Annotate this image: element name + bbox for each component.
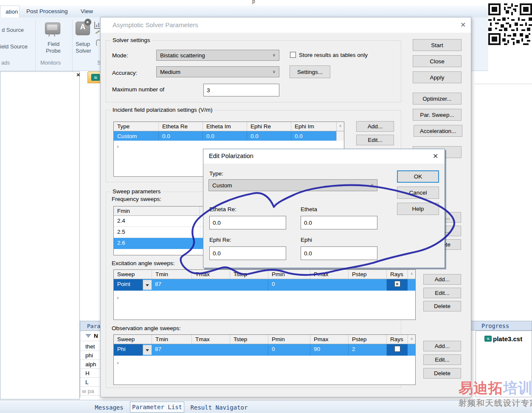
ribbon-group-monitors: Monitors: [40, 60, 61, 66]
observation-edit-button[interactable]: Edit...: [423, 354, 461, 365]
field-probe-icon[interactable]: [45, 23, 60, 34]
progress-panel-header[interactable]: Progress: [470, 321, 532, 331]
col-header[interactable]: Pmax: [310, 270, 349, 279]
scroll-down-icon[interactable]: ∨: [114, 144, 121, 149]
scroll-up-icon[interactable]: ∧: [408, 337, 415, 341]
polarization-add-button[interactable]: Add...: [356, 121, 394, 132]
field-probe-label-2[interactable]: Probe: [46, 48, 61, 54]
col-header[interactable]: Tmin: [152, 270, 192, 279]
ok-button[interactable]: OK: [397, 170, 439, 183]
col-header[interactable]: Type: [114, 122, 159, 131]
sweep-type-dropdown[interactable]: [143, 345, 152, 355]
col-header[interactable]: Sweep: [114, 270, 152, 279]
type-combobox[interactable]: Custom: [208, 179, 377, 191]
tab-simulation[interactable]: ation: [0, 6, 20, 18]
ephi-re-label: Ephi Re:: [209, 237, 231, 243]
filter-header-fragment: N: [94, 333, 98, 339]
progress-file-name[interactable]: plate3.cst: [493, 335, 522, 342]
col-header-fmin[interactable]: Fmin: [114, 206, 200, 216]
max-number-label: Maximum number of: [112, 86, 164, 93]
watermark-brand-red: 易迪拓: [459, 380, 503, 396]
tab-post-processing[interactable]: Post Processing: [21, 6, 73, 17]
polarization-row-custom[interactable]: Custom 0.0 0.0 0.0 0.0: [114, 131, 344, 141]
bottom-tab-messages[interactable]: Messages: [91, 402, 127, 413]
watermark-brand-blue: 培训: [503, 380, 532, 396]
mode-label: Mode:: [112, 52, 128, 59]
store-results-label: Store results as tables only: [299, 52, 368, 58]
observation-add-button[interactable]: Add...: [423, 341, 461, 351]
type-label: Type:: [209, 170, 223, 177]
setup-solver-label-1[interactable]: Setup: [76, 41, 90, 47]
col-header[interactable]: Etheta Im: [203, 122, 247, 131]
col-header[interactable]: Pmin: [268, 270, 310, 279]
etheta-im-input[interactable]: 0.0: [301, 216, 377, 229]
start-button[interactable]: Start: [413, 39, 462, 51]
settings-button[interactable]: Settings...: [290, 65, 330, 78]
setup-solver-icon[interactable]: A ▶: [76, 22, 90, 35]
accuracy-combobox[interactable]: Medium: [156, 66, 279, 77]
mode-combobox[interactable]: Bistatic scattering: [156, 50, 279, 61]
scroll-down-icon[interactable]: ∨: [114, 361, 121, 365]
scroll-up-icon[interactable]: ∧: [408, 272, 415, 276]
scroll-up-icon[interactable]: ∧: [337, 124, 344, 128]
max-number-input[interactable]: 3: [203, 84, 279, 96]
observation-delete-button[interactable]: Delete: [423, 368, 461, 379]
excitation-row-point[interactable]: Point 87 0: [114, 279, 415, 291]
ephi-re-input[interactable]: 0.0: [209, 246, 286, 260]
excitation-sweeps-table[interactable]: Sweep Tmin Tmax Tstep Pmin Pmax Pstep Ra…: [113, 269, 416, 320]
close-button[interactable]: Close: [413, 55, 462, 67]
sweep-type-dropdown[interactable]: [143, 280, 152, 290]
filter-funnel-icon[interactable]: [85, 334, 91, 338]
col-header[interactable]: Tmax: [192, 270, 230, 279]
dialog-close-icon[interactable]: ✕: [460, 21, 466, 29]
tree-panel-close-icon[interactable]: ×: [76, 71, 80, 78]
col-header[interactable]: Pstep: [349, 270, 387, 279]
col-header[interactable]: Pmax: [310, 335, 349, 344]
scroll-down-icon[interactable]: ∨: [114, 296, 121, 300]
etheta-re-input[interactable]: 0.0: [209, 216, 286, 229]
bottom-tab-parameter-list[interactable]: Parameter List: [130, 402, 184, 413]
acceleration-button[interactable]: Acceleration...: [414, 125, 462, 137]
observation-sweeps-table[interactable]: Sweep Tmin Tmax Tstep Pmin Pmax Pstep Ra…: [113, 334, 416, 385]
rays-checkbox-checked[interactable]: [394, 281, 400, 287]
col-header[interactable]: Tmax: [192, 335, 230, 344]
col-header[interactable]: Ephi Re: [247, 122, 291, 131]
rays-cell: [387, 344, 408, 356]
col-header[interactable]: Rays: [387, 335, 408, 344]
pencil-icon[interactable]: [95, 30, 100, 34]
col-header[interactable]: Tstep: [230, 270, 268, 279]
ribbon-label-field-source-1[interactable]: d Source: [2, 27, 24, 33]
edit-polarization-dialog: Edit Polarization ✕ Type: Custom Etheta …: [203, 149, 445, 268]
excitation-edit-button[interactable]: Edit...: [423, 288, 461, 298]
col-header[interactable]: Ephi Im: [291, 122, 336, 131]
excitation-add-button[interactable]: Add...: [423, 274, 461, 285]
ribbon-label-field-source-2[interactable]: ield Source: [0, 43, 28, 50]
col-header[interactable]: Pmin: [268, 335, 310, 344]
col-header[interactable]: Rays: [387, 270, 408, 279]
col-header[interactable]: Etheta Re: [159, 122, 203, 131]
col-header[interactable]: Pstep: [349, 335, 387, 344]
help-button[interactable]: Help: [397, 203, 439, 215]
par-sweep-button[interactable]: Par. Sweep...: [413, 109, 462, 121]
setup-solver-label-2[interactable]: Solver: [76, 48, 91, 54]
polarization-edit-button[interactable]: Edit...: [356, 135, 394, 145]
etheta-re-value: 0.0: [213, 220, 221, 226]
tab-view[interactable]: View: [76, 6, 98, 17]
cancel-button[interactable]: Cancel: [397, 187, 439, 199]
sweep-parameters-legend: Sweep parameters: [111, 188, 162, 195]
observation-sweeps-label: Observation angle sweeps:: [112, 325, 181, 331]
field-probe-label-1[interactable]: Field: [48, 41, 59, 47]
rays-checkbox-unchecked[interactable]: [394, 346, 400, 352]
col-header[interactable]: Tstep: [230, 335, 268, 344]
optimizer-button[interactable]: Optimizer...: [413, 93, 462, 105]
ephi-im-input[interactable]: 0.0: [301, 246, 377, 260]
apply-button[interactable]: Apply: [413, 71, 462, 83]
col-header[interactable]: Sweep: [114, 335, 152, 344]
store-results-checkbox[interactable]: [290, 52, 296, 58]
col-header[interactable]: Tmin: [152, 335, 192, 344]
observation-row-phi[interactable]: Phi 87 0 90 2: [114, 344, 415, 356]
table-scrollbar[interactable]: ∧: [336, 122, 344, 131]
bottom-tab-result-navigator[interactable]: Result Navigator: [187, 402, 251, 413]
edit-dialog-close-icon[interactable]: ✕: [433, 152, 438, 160]
excitation-delete-button[interactable]: Delete: [423, 301, 461, 311]
